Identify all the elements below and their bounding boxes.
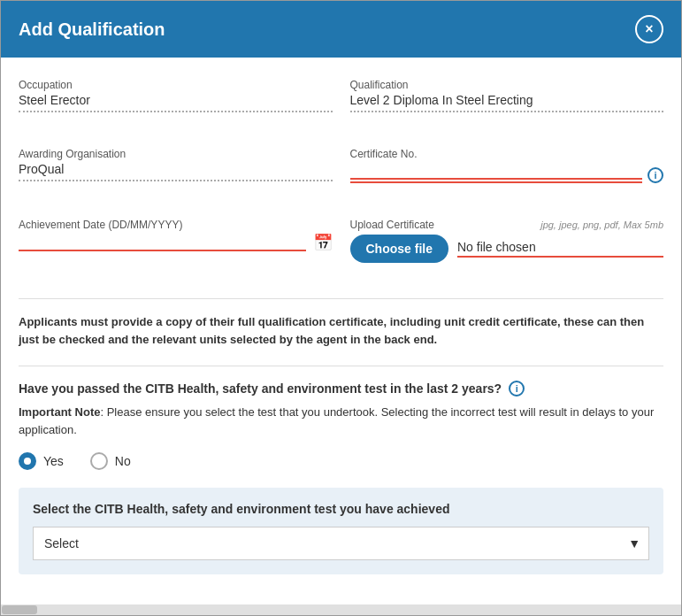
cert-no-input-wrapper: Certificate No. [350, 148, 643, 183]
citb-info-icon[interactable]: i [509, 381, 525, 397]
occupation-field: Occupation Steel Erector [19, 79, 333, 112]
achievement-date-label: Achievement Date (DD/MM/YYYY) [19, 219, 333, 231]
cert-no-info-icon[interactable]: i [648, 167, 663, 183]
qualification-field: Qualification Level 2 Diploma In Steel E… [350, 79, 664, 112]
form-row-1: Occupation Steel Erector Qualification L… [19, 79, 663, 130]
important-note-text: : Please ensure you select the test that… [19, 405, 654, 436]
upload-cert-label: Upload Certificate [350, 219, 434, 231]
cert-no-field: Certificate No. i [350, 148, 664, 183]
info-text: Applicants must provide a copy of their … [19, 313, 663, 348]
divider-1 [19, 298, 663, 299]
close-button[interactable]: × [635, 15, 663, 43]
calendar-icon[interactable]: 📅 [313, 233, 333, 252]
form-row-3: Achievement Date (DD/MM/YYYY) 📅 Upload C… [19, 219, 663, 281]
radio-no-label[interactable]: No [90, 452, 131, 470]
upload-row: Choose file No file chosen [350, 235, 664, 263]
select-wrapper: Select ▼ [33, 527, 649, 560]
divider-2 [19, 366, 663, 366]
modal-body: Occupation Steel Erector Qualification L… [1, 58, 681, 604]
form-row-2: Awarding Organisation ProQual Certificat… [19, 148, 663, 201]
radio-yes-text: Yes [43, 454, 64, 468]
no-file-text: No file chosen [457, 240, 663, 258]
radio-no-circle[interactable] [90, 452, 108, 470]
occupation-label: Occupation [19, 79, 333, 91]
achievement-date-row: 📅 [19, 233, 333, 252]
citb-select-box: Select the CITB Health, safety and envir… [19, 488, 663, 574]
qualification-value: Level 2 Diploma In Steel Erecting [350, 93, 664, 112]
radio-group: Yes No [19, 452, 663, 470]
cert-no-label: Certificate No. [350, 148, 643, 160]
upload-cert-field: Upload Certificate jpg, jpeg, png, pdf, … [350, 219, 664, 263]
radio-yes-circle[interactable] [19, 452, 36, 470]
modal-header: Add Qualification × [1, 1, 681, 58]
radio-no-text: No [115, 454, 131, 468]
awarding-org-label: Awarding Organisation [19, 148, 333, 160]
radio-yes-label[interactable]: Yes [19, 452, 64, 470]
achievement-date-input[interactable] [19, 234, 306, 251]
modal-container: Add Qualification × Occupation Steel Ere… [0, 0, 682, 616]
bottom-scrollbar[interactable] [1, 604, 681, 615]
cert-no-input[interactable] [350, 162, 643, 180]
choose-file-button[interactable]: Choose file [350, 235, 448, 263]
awarding-org-field: Awarding Organisation ProQual [19, 148, 333, 183]
qualification-label: Qualification [350, 79, 664, 91]
important-note-bold: Important Note [19, 405, 100, 419]
occupation-value: Steel Erector [19, 93, 333, 112]
citb-select-title: Select the CITB Health, safety and envir… [33, 502, 649, 516]
achievement-date-field: Achievement Date (DD/MM/YYYY) 📅 [19, 219, 333, 263]
important-note: Important Note: Please ensure you select… [19, 404, 663, 438]
upload-hint: jpg, jpeg, png, pdf, Max 5mb [540, 219, 663, 230]
bottom-scrollbar-thumb [2, 605, 37, 614]
cert-no-row: Certificate No. i [350, 148, 664, 183]
citb-question-text: Have you passed the CITB Health, safety … [19, 381, 502, 396]
awarding-org-value: ProQual [19, 162, 333, 181]
modal-title: Add Qualification [19, 19, 165, 40]
citb-select[interactable]: Select [33, 527, 649, 560]
citb-question-row: Have you passed the CITB Health, safety … [19, 381, 663, 397]
